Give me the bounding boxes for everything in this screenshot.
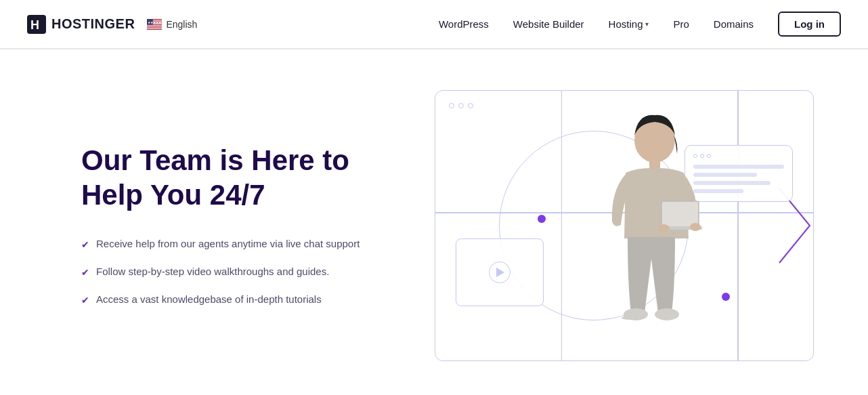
hero-section: Our Team is Here to Help You 24/7 ✔ Rece… — [0, 49, 868, 395]
svg-text:★★★★★★★★★★★★★★★★★★★★★★★★★★★★★★: ★★★★★★★★★★★★★★★★★★★★★★★★★★★★★★★★★★★★★★★★… — [148, 20, 162, 24]
navbar: H HOSTINGER ★★★★★★★★★★★★★★★★★★★★★★★★★★★★… — [0, 0, 868, 49]
logo-icon: H — [27, 15, 46, 34]
svg-text:H: H — [30, 18, 39, 32]
illustration-container — [435, 90, 814, 361]
flag-icon: ★★★★★★★★★★★★★★★★★★★★★★★★★★★★★★★★★★★★★★★★… — [147, 19, 162, 30]
grid-line-v2 — [737, 91, 739, 360]
browser-dot-1 — [449, 103, 454, 108]
navbar-nav: WordPress Website Builder Hosting ▾ Pro … — [439, 12, 841, 37]
person-illustration — [584, 103, 719, 360]
svg-point-18 — [655, 308, 679, 320]
feature-item-2: ✔ Follow step-by-step video walkthroughs… — [81, 264, 393, 280]
purple-dot-bottom — [722, 293, 730, 301]
svg-rect-7 — [147, 26, 162, 27]
check-icon-3: ✔ — [81, 293, 89, 308]
check-icon-1: ✔ — [81, 238, 89, 252]
browser-dot-3 — [468, 103, 473, 108]
logo-text: HOSTINGER — [51, 16, 135, 32]
nav-wordpress[interactable]: WordPress — [439, 18, 489, 30]
svg-point-16 — [690, 223, 701, 231]
chevron-down-icon: ▾ — [645, 20, 649, 28]
video-card — [456, 238, 544, 306]
svg-rect-8 — [147, 28, 162, 28]
language-selector[interactable]: ★★★★★★★★★★★★★★★★★★★★★★★★★★★★★★★★★★★★★★★★… — [147, 19, 197, 30]
logo-link[interactable]: H HOSTINGER — [27, 15, 135, 34]
play-triangle-icon — [496, 268, 504, 277]
feature-text-3: Access a vast knowledgebase of in-depth … — [96, 292, 322, 308]
hero-content: Our Team is Here to Help You 24/7 ✔ Rece… — [81, 144, 393, 308]
svg-point-15 — [657, 224, 670, 232]
person-svg — [584, 103, 719, 360]
hero-features: ✔ Receive help from our agents anytime v… — [81, 236, 393, 308]
hero-title: Our Team is Here to Help You 24/7 — [81, 144, 393, 212]
svg-rect-13 — [661, 201, 699, 227]
play-button — [489, 262, 511, 283]
purple-dot-top — [538, 215, 546, 223]
navbar-left: H HOSTINGER ★★★★★★★★★★★★★★★★★★★★★★★★★★★★… — [27, 15, 197, 34]
nav-pro[interactable]: Pro — [673, 18, 689, 30]
check-icon-2: ✔ — [81, 266, 89, 280]
browser-dots — [449, 103, 473, 108]
browser-dot-2 — [458, 103, 464, 108]
feature-item-1: ✔ Receive help from our agents anytime v… — [81, 236, 393, 252]
login-button[interactable]: Log in — [778, 12, 841, 37]
nav-hosting[interactable]: Hosting ▾ — [609, 18, 649, 30]
nav-domains[interactable]: Domains — [714, 18, 754, 30]
feature-text-2: Follow step-by-step video walkthroughs a… — [96, 264, 329, 280]
hero-illustration — [435, 90, 814, 361]
feature-text-1: Receive help from our agents anytime via… — [96, 236, 360, 252]
nav-website-builder[interactable]: Website Builder — [513, 18, 584, 30]
language-label: English — [166, 19, 197, 30]
feature-item-3: ✔ Access a vast knowledgebase of in-dept… — [81, 292, 393, 308]
svg-rect-6 — [147, 24, 162, 25]
